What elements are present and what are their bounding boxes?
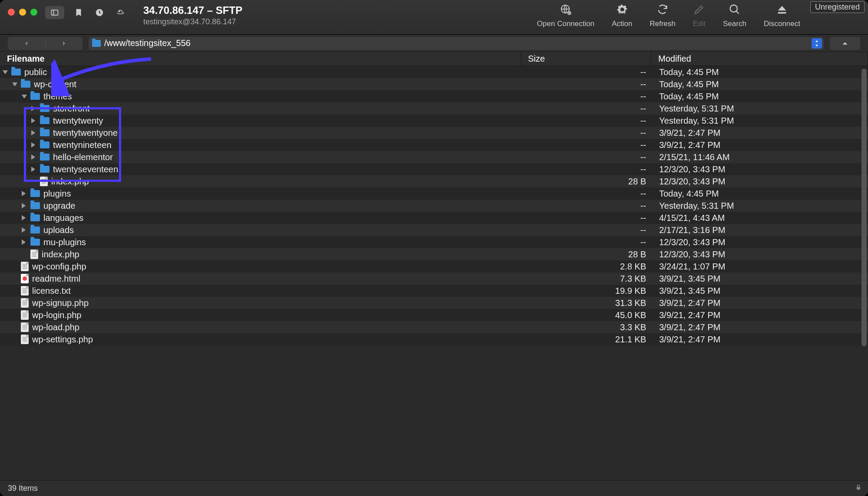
file-size: 7.3 KB [521, 274, 651, 284]
folder-row[interactable]: storefront--Yesterday, 5:31 PM [0, 102, 868, 115]
duck-icon[interactable] [114, 6, 127, 19]
file-modified: 3/9/21, 2:47 PM [651, 298, 868, 308]
chevron-down-icon[interactable] [12, 82, 17, 88]
folder-icon [30, 227, 40, 233]
close-window-icon[interactable] [8, 9, 15, 16]
file-modified: 12/3/20, 3:43 PM [651, 164, 868, 174]
folder-row[interactable]: twentytwentyone--3/9/21, 2:47 PM [0, 127, 868, 139]
file-modified: 12/3/20, 3:43 PM [651, 237, 868, 247]
history-icon[interactable] [93, 6, 106, 19]
nav-forward-button[interactable] [46, 40, 83, 46]
chevron-right-icon[interactable] [22, 240, 27, 245]
globe-icon [560, 3, 572, 18]
folder-icon [11, 69, 21, 76]
file-modified: Yesterday, 5:31 PM [651, 104, 868, 114]
path-up-button[interactable] [830, 37, 860, 50]
toolbar-search-button[interactable]: Search [719, 3, 750, 28]
file-size: -- [521, 201, 651, 211]
file-row[interactable]: wp-login.php45.0 KB3/9/21, 2:47 PM [0, 309, 868, 321]
unregistered-badge: Unregistered [810, 1, 865, 13]
file-modified: 3/9/21, 2:47 PM [651, 335, 868, 345]
chevron-right-icon[interactable] [22, 203, 27, 208]
file-row[interactable]: index.php28 B12/3/20, 3:43 PM [0, 248, 868, 260]
file-name: twentynineteen [53, 140, 112, 150]
file-size: -- [521, 213, 651, 223]
toolbar-globe-button[interactable]: Open Connection [534, 3, 598, 28]
folder-row[interactable]: languages--4/15/21, 4:43 AM [0, 212, 868, 224]
col-size[interactable]: Size [521, 52, 651, 66]
chevron-right-icon[interactable] [31, 130, 36, 135]
folder-row[interactable]: twentynineteen--3/9/21, 2:47 PM [0, 139, 868, 151]
folder-row[interactable]: mu-plugins--12/3/20, 3:43 PM [0, 236, 868, 248]
folder-row[interactable]: twentyseventeen--12/3/20, 3:43 PM [0, 163, 868, 175]
chevron-right-icon[interactable] [22, 191, 27, 196]
sidebar-toggle-button[interactable] [45, 6, 64, 19]
folder-row[interactable]: hello-elementor--2/15/21, 11:46 AM [0, 151, 868, 163]
file-icon [30, 250, 38, 259]
file-row[interactable]: wp-load.php3.3 KB3/9/21, 2:47 PM [0, 321, 868, 333]
folder-row[interactable]: public--Today, 4:45 PM [0, 66, 868, 78]
chevron-right-icon[interactable] [31, 154, 36, 160]
file-row[interactable]: license.txt19.9 KB3/9/21, 3:45 PM [0, 285, 868, 297]
toolbar-action-label: Edit [693, 20, 706, 28]
folder-icon [30, 239, 40, 246]
chevron-right-icon[interactable] [22, 227, 27, 233]
file-row[interactable]: wp-settings.php21.1 KB3/9/21, 2:47 PM [0, 333, 868, 345]
html-file-icon [21, 274, 29, 283]
file-modified: 2/15/21, 11:46 AM [651, 152, 868, 162]
path-stepper-icon[interactable]: ▲▼ [812, 38, 822, 49]
toolbar-gear-button[interactable]: Action [608, 3, 636, 28]
status-text: 39 Items [8, 484, 38, 493]
title-block: 34.70.86.147 – SFTP testingsitex@34.70.8… [143, 4, 242, 26]
file-row[interactable]: wp-config.php2.8 KB3/24/21, 1:07 PM [0, 260, 868, 273]
scrollbar-thumb[interactable] [861, 69, 867, 346]
folder-row[interactable]: upgrade--Yesterday, 5:31 PM [0, 200, 868, 212]
file-size: -- [521, 237, 651, 247]
file-size: -- [521, 67, 651, 77]
folder-icon [21, 81, 30, 88]
chevron-right-icon[interactable] [31, 167, 36, 172]
chevron-right-icon[interactable] [31, 118, 36, 123]
file-modified: 3/24/21, 1:07 PM [651, 262, 868, 272]
file-modified: Today, 4:45 PM [651, 189, 868, 199]
col-modified[interactable]: Modified [651, 52, 868, 66]
col-filename[interactable]: Filename [0, 52, 521, 66]
chevron-right-icon[interactable] [31, 106, 36, 111]
toolbar-action-label: Disconnect [764, 20, 800, 28]
folder-row[interactable]: themes--Today, 4:45 PM [0, 90, 868, 102]
folder-row[interactable]: plugins--Today, 4:45 PM [0, 187, 868, 200]
file-row[interactable]: index.php28 B12/3/20, 3:43 PM [0, 175, 868, 187]
folder-icon [40, 141, 50, 148]
folder-row[interactable]: twentytwenty--Yesterday, 5:31 PM [0, 115, 868, 127]
folder-row[interactable]: uploads--2/17/21, 3:16 PM [0, 224, 868, 236]
chevron-right-icon[interactable] [22, 215, 27, 220]
folder-row[interactable]: wp-content--Today, 4:45 PM [0, 78, 868, 90]
path-field[interactable]: /www/testingsitex_556 ▲▼ [89, 37, 824, 50]
toolbar-actions: Open ConnectionActionRefreshEditSearchDi… [534, 3, 804, 28]
chevron-down-icon[interactable] [22, 95, 27, 100]
file-name: license.txt [32, 286, 71, 296]
pencil-icon [693, 3, 705, 18]
eject-icon [776, 3, 788, 18]
chevron-right-icon[interactable] [31, 142, 36, 148]
toolbar-eject-button[interactable]: Disconnect [760, 3, 804, 28]
folder-icon [40, 117, 50, 124]
maximize-window-icon[interactable] [30, 9, 37, 16]
file-size: -- [521, 116, 651, 126]
file-icon [21, 286, 29, 296]
file-modified: 2/17/21, 3:16 PM [651, 225, 868, 235]
file-row[interactable]: readme.html7.3 KB3/9/21, 3:45 PM [0, 273, 868, 285]
bookmark-icon[interactable] [72, 6, 85, 19]
file-size: 28 B [521, 177, 651, 187]
file-size: -- [521, 152, 651, 162]
chevron-down-icon[interactable] [3, 70, 8, 76]
minimize-window-icon[interactable] [19, 9, 26, 16]
file-modified: 3/9/21, 2:47 PM [651, 140, 868, 150]
toolbar-refresh-button[interactable]: Refresh [646, 3, 679, 28]
file-row[interactable]: wp-signup.php31.3 KB3/9/21, 2:47 PM [0, 297, 868, 309]
file-name: languages [43, 213, 83, 223]
file-size: -- [521, 140, 651, 150]
nav-back-button[interactable] [8, 40, 45, 46]
file-name: mu-plugins [43, 237, 86, 247]
svg-point-3 [119, 11, 120, 12]
